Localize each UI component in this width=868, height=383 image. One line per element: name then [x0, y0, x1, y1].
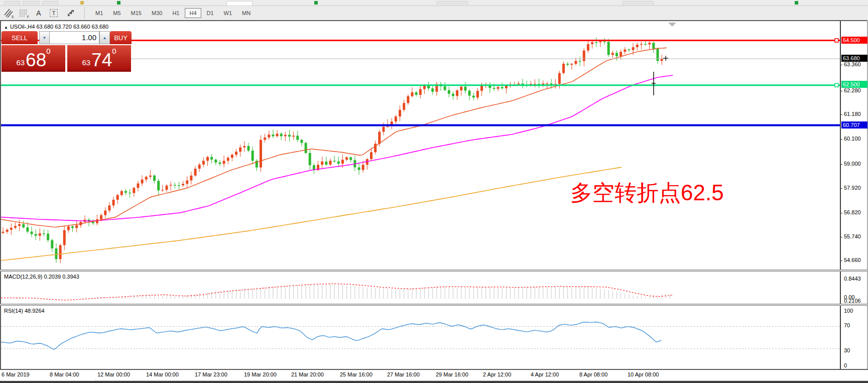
price-axis-label: 61.180	[844, 111, 861, 117]
arrows-tool-icon[interactable]: ▾	[62, 8, 79, 19]
green-icon[interactable]	[314, 1, 318, 5]
toolbar-separator	[84, 8, 87, 19]
timeframe-button-h4[interactable]: H4	[185, 8, 201, 18]
rsi-axis-label: 30	[844, 347, 850, 353]
sell-price-big: 68	[26, 51, 46, 69]
volume-increase-button[interactable]: ▲	[99, 31, 110, 44]
time-axis-label: 19 Mar 20:00	[244, 371, 277, 377]
price-axis-label: 56.820	[844, 209, 861, 215]
green-icon[interactable]	[795, 1, 798, 5]
toolbar-dropdown-partial[interactable]	[226, 1, 253, 6]
yellow-icon[interactable]	[80, 1, 84, 5]
timeframe-button-m1[interactable]: M1	[91, 8, 107, 18]
one-click-trade-panel: SELL ▼ 1.00 ▲ BUY 63 68 0 63 74 0	[2, 31, 132, 71]
bottom-window-edge	[0, 381, 868, 383]
price-axis-label: 54.660	[844, 257, 861, 263]
rsi-label: RSI(14) 48.9264	[4, 308, 45, 314]
sell-price-small: 63	[16, 56, 25, 69]
macd-axis-label: 0.2106	[844, 298, 861, 304]
collapse-arrow-icon[interactable]: ▲	[4, 25, 8, 30]
chart-header: ▲USOil-,H4 63.680 63.720 63.660 63.680	[4, 24, 108, 30]
equidistant-channel-icon[interactable]: E	[2, 8, 15, 19]
chevron-up-icon: ▲	[103, 36, 107, 40]
chevron-down-icon: ▼	[43, 36, 47, 40]
buy-price-button[interactable]: 63 74 0	[67, 45, 131, 72]
time-axis: 6 Mar 20198 Mar 04:0012 Mar 00:0014 Mar …	[0, 370, 868, 380]
time-axis-label: 8 Mar 04:00	[50, 371, 79, 377]
rsi-axis-label: 100	[844, 308, 853, 314]
time-axis-label: 4 Apr 12:00	[531, 371, 559, 377]
timeframe-button-w1[interactable]: W1	[219, 8, 237, 18]
axis-divider-line	[840, 21, 841, 380]
top-toolbar-partial	[0, 0, 868, 6]
sell-price-sup: 0	[46, 47, 50, 55]
symbol-ohlc-text: USOil-,H4 63.680 63.720 63.660 63.680	[10, 24, 108, 30]
sell-button[interactable]: SELL	[2, 31, 38, 44]
sell-price-button[interactable]: 63 68 0	[2, 45, 65, 72]
rsi-axis-label: 70	[844, 322, 850, 328]
price-axis-label: 59.000	[844, 161, 861, 167]
toolbar-button-partial[interactable]	[437, 1, 468, 6]
price-axis-label: 62.280	[844, 87, 861, 93]
rsi-indicator-chart[interactable]	[1, 306, 840, 369]
buy-price-sup: 0	[112, 47, 116, 55]
time-axis-label: 25 Mar 16:00	[340, 371, 373, 377]
chart-toolbar: E F A T ▾ M1M5M15M30H1H4D1W1MN	[0, 6, 868, 21]
buy-button[interactable]: BUY	[110, 31, 132, 44]
price-badge: 62.500	[841, 81, 867, 88]
mt4-terminal: { "toolbar": { "icons": [ {"name": "equi…	[0, 0, 868, 383]
buy-price-big: 74	[91, 51, 112, 69]
toolbar-button-partial[interactable]	[42, 1, 58, 6]
price-axis-label: 57.920	[844, 185, 861, 191]
macd-axis-label: 0.8443	[844, 276, 861, 282]
time-axis-label: 12 Mar 00:00	[97, 371, 130, 377]
timeframe-button-d1[interactable]: D1	[202, 8, 218, 18]
trade-panel-top-row: SELL ▼ 1.00 ▲ BUY	[2, 31, 132, 45]
green-icon[interactable]	[117, 1, 120, 5]
timeframe-button-m30[interactable]: M30	[147, 8, 167, 18]
text-tool-icon[interactable]: T	[47, 8, 60, 19]
timeframe-button-m15[interactable]: M15	[127, 8, 146, 18]
rsi-axis-label: 0	[844, 362, 847, 368]
buy-price-small: 63	[82, 56, 90, 69]
price-axis-label: 60.100	[844, 136, 861, 142]
price-badge: 60.707	[841, 121, 867, 129]
timeframe-button-h1[interactable]: H1	[168, 8, 184, 18]
timeframe-button-m5[interactable]: M5	[108, 8, 125, 18]
timeframe-button-mn[interactable]: MN	[237, 8, 255, 18]
text-label-icon[interactable]: A	[32, 8, 45, 19]
toolbar-button-partial[interactable]	[23, 1, 39, 6]
price-axis-label: 63.360	[844, 61, 861, 67]
time-axis-label: 29 Mar 16:00	[436, 371, 468, 377]
chart-annotation-text: 多空转折点62.5	[570, 181, 724, 205]
price-badge: 63.680	[841, 55, 867, 62]
price-axis-label: 55.740	[844, 233, 861, 239]
toolbar-button-partial[interactable]	[4, 1, 20, 6]
toolbar-button-partial[interactable]	[623, 1, 654, 6]
macd-indicator-chart[interactable]	[1, 272, 840, 304]
time-axis-label: 10 Apr 08:00	[628, 371, 659, 377]
time-axis-label: 6 Mar 2019	[2, 371, 30, 377]
volume-decrease-button[interactable]: ▼	[39, 31, 50, 44]
price-badge: 64.500	[841, 37, 867, 44]
fibonacci-lines-icon[interactable]: F	[17, 8, 30, 19]
time-axis-label: 8 Apr 08:00	[579, 371, 607, 377]
macd-label: MACD(12,26,9) 0.2039 0.3943	[4, 274, 79, 280]
time-axis-label: 2 Apr 12:00	[483, 371, 511, 377]
volume-input[interactable]: 1.00	[49, 31, 99, 44]
time-axis-label: 17 Mar 23:00	[195, 371, 227, 377]
time-axis-label: 21 Mar 20:00	[291, 371, 324, 377]
time-axis-label: 14 Mar 00:00	[146, 371, 179, 377]
time-axis-label: 27 Mar 16:00	[387, 371, 420, 377]
timeframe-bar: M1M5M15M30H1H4D1W1MN	[90, 7, 256, 19]
